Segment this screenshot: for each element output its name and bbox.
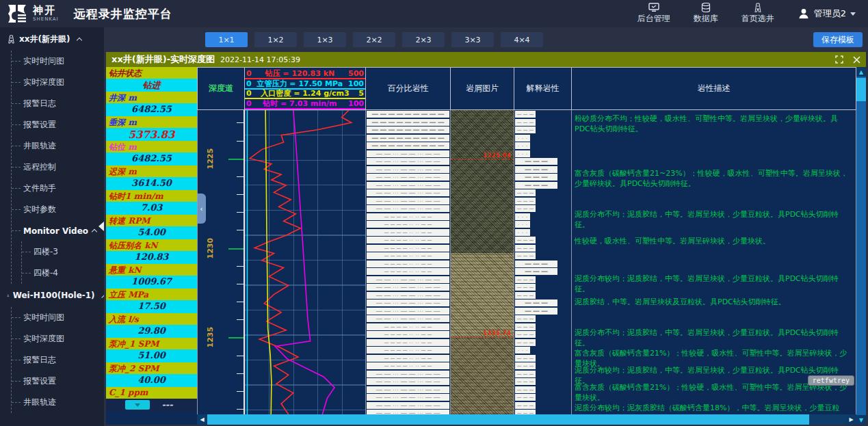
curve-钻时 — [275, 110, 334, 414]
layout-button-2×3[interactable]: 2×3 — [402, 32, 445, 47]
lithology-percent-row: ── ── ── ── ·· ·· ── ── — [367, 347, 449, 354]
sidebar-item-实时深度图[interactable]: 实时深度图 — [12, 72, 104, 93]
layout-button-1×3[interactable]: 1×3 — [304, 32, 346, 47]
sidebar-collapse-arrow[interactable] — [98, 221, 104, 232]
layout-button-2×2[interactable]: 2×2 — [353, 32, 395, 47]
layout-button-1×1[interactable]: 1×1 — [205, 32, 248, 47]
layout-button-1×2[interactable]: 1×2 — [254, 32, 297, 47]
interpreted-lithology-box: ── ── ── — [515, 386, 536, 393]
sidebar-item-实时时间图[interactable]: 实时时间图 — [12, 307, 104, 328]
sidebar-item-报警日志[interactable]: 报警日志 — [12, 93, 104, 114]
sidebar-item-文件助手[interactable]: 文件助手 — [12, 178, 104, 199]
sidebar-item-远程控制[interactable]: 远程控制 — [12, 157, 104, 178]
nav-backend-admin[interactable]: 后台管理 — [637, 3, 670, 25]
scroll-up-button[interactable]: ▲ — [856, 67, 866, 77]
sidebar-well-node[interactable]: xx井(新井眼) — [0, 27, 104, 51]
curve-legend-line: 0钻时 = 7.03 min/m100 — [245, 99, 365, 109]
curve-max: 500 — [348, 70, 364, 78]
lithology-description-text: 泥质分布较均；泥灰质胶结（碳酸钙含量18%），中等。岩屑呈块状，少量豆粒状。具P… — [575, 403, 853, 414]
sidebar-item-实时深度图[interactable]: 实时深度图 — [12, 328, 104, 349]
chevron-up-icon — [92, 229, 97, 235]
depth-major-tick — [228, 159, 244, 160]
curve-min: 0 — [246, 90, 252, 98]
column-header-interp: 解释岩性 — [514, 67, 572, 110]
main-area: 1×11×21×32×22×33×34×4 保存模板 xx井(新井眼)-实时深度… — [104, 27, 868, 426]
sidebar-item-井眼轨迹[interactable]: 井眼轨迹 — [12, 135, 104, 157]
lithology-percent-row: ─── ─── ··· ─── ─── ··· ─── ─── — [367, 402, 449, 409]
sidebar-item-实时时间图[interactable]: 实时时间图 — [12, 51, 104, 72]
well-label: xx井(新井眼) — [19, 34, 70, 45]
layout-button-3×3[interactable]: 3×3 — [451, 32, 494, 47]
sidebar-item-实时参数[interactable]: 实时参数 — [12, 199, 104, 220]
close-icon[interactable] — [853, 56, 860, 64]
parameter-label: 迟深 m — [106, 165, 197, 177]
lithology-percent-row: ─── ─── ··· ─── ─── ··· ─── ─── — [367, 315, 449, 322]
parameter-label: 入流 l/s — [106, 313, 197, 325]
nav-label: 首页选井 — [741, 13, 774, 25]
cuttings-photo — [451, 110, 514, 253]
save-template-button[interactable]: 保存模板 — [813, 32, 863, 47]
lithology-percent-row: ── ── ── ── ·· ·· ── ── — [367, 245, 449, 252]
lithology-percent-row: ── ── ── ── ·· ·· ── ── — [367, 261, 449, 267]
well-children: 实时时间图实时深度图报警日志报警设置井眼轨迹远程控制文件助手实时参数Monito… — [11, 51, 104, 284]
lithology-percent-row: ── ── ── ── ·· ·· ── ── — [367, 252, 449, 259]
sidebar-item-报警日志[interactable]: 报警日志 — [12, 349, 104, 371]
scroll-down-button[interactable]: ▼ — [856, 415, 866, 425]
page-title: 远程录井监控平台 — [74, 6, 172, 22]
sidebar-item-label: 报警日志 — [23, 354, 56, 366]
layout-toolbar: 1×11×21×32×22×33×34×4 — [205, 32, 543, 47]
user-menu[interactable]: 管理员2 — [798, 8, 856, 20]
lithology-percent-row: ─── ─── ··· ─── ─── ··· ─── ─── — [367, 284, 449, 291]
panel-collapse-handle[interactable]: ‹ — [197, 194, 206, 224]
lithology-percent-row: ═══ ═══ ═══ ═══ ═══ ═══ ═══ ═══ ═══ — [367, 111, 449, 118]
horizontal-scroll-thumb[interactable] — [207, 414, 809, 425]
parameter-钻压别名 kN: 钻压别名 kN120.83 — [106, 239, 197, 264]
curve-legend-line: 0入口密度 = 1.24 g/cm35 — [245, 90, 365, 100]
sidebar-well-node[interactable]: Wei-H100(Hole-1) — [0, 284, 104, 307]
scroll-left-button[interactable]: ◀ — [197, 414, 207, 425]
widget-titlebar: xx井(新井眼)-实时深度图 2022-11-14 17:05:39 — [106, 52, 866, 67]
lithology-percent-row: ─── ─── ··· ─── ─── ··· ─── ─── — [367, 189, 449, 196]
curve-label: 入口密度 = 1.24 g/cm3 — [252, 90, 359, 98]
sidebar-item-报警设置[interactable]: 报警设置 — [12, 114, 104, 135]
interpreted-lithology-box: · · · — [515, 150, 530, 157]
database-icon — [701, 3, 711, 12]
monitor-icon — [648, 3, 659, 12]
sidebar-item-monitor-video[interactable]: Monitor Video — [12, 220, 104, 241]
sidebar-item-井眼轨迹[interactable]: 井眼轨迹 — [12, 392, 104, 413]
widget-timestamp: 2022-11-14 17:05:39 — [220, 55, 300, 64]
sidebar-item-四楼-4[interactable]: 四楼-4 — [22, 263, 104, 284]
curve-label: 立管压力 = 17.50 MPa — [252, 80, 348, 88]
depth-major-tick — [228, 337, 244, 338]
lithology-description-text: 泥质分布不均；泥质胶结，中等。岩屑呈块状，少量豆粒状。具PDC钻头切削特征。 — [575, 328, 853, 348]
sidebar-item-四楼-3[interactable]: 四楼-3 — [22, 241, 104, 263]
sidebar-item-报警设置[interactable]: 报警设置 — [12, 371, 104, 392]
scroll-right-button[interactable]: ▶ — [846, 414, 856, 425]
horizontal-scrollbar[interactable]: ◀ ▶ — [197, 414, 856, 425]
vertical-scroll-thumb[interactable] — [856, 78, 866, 101]
interpreted-lithology-box: ── ── ── — [515, 189, 536, 196]
nav-home-well-select[interactable]: 首页选井 — [741, 3, 774, 25]
percent-lithology-track: ═══ ═══ ═══ ═══ ═══ ═══ ═══ ═══ ══════ ═… — [366, 110, 451, 414]
parameter-value: 3614.50 — [106, 177, 197, 190]
parameter-转速 RPM: 转速 RPM54.00 — [106, 215, 197, 239]
lithology-percent-row: ── ── ── ── ·· ·· ── ── — [367, 331, 449, 338]
curves-svg — [245, 110, 366, 414]
curve-label: 钻压 = 120.83 kN — [252, 70, 348, 78]
parameter-dropdown-button[interactable] — [125, 400, 150, 410]
sidebar-item-label: 实时时间图 — [23, 312, 64, 323]
chart-plot-area: 122512301235═══ ═══ ═══ ═══ ═══ ═══ ═══ … — [197, 110, 856, 414]
lithology-percent-row: ─── ─── ··· ─── ─── ··· ─── ─── — [367, 308, 449, 315]
lithology-percent-row: ─── ─── ··· ─── ─── ··· ─── ─── — [367, 410, 449, 414]
depth-tick-label: 1225 — [206, 148, 215, 169]
expand-icon[interactable] — [835, 55, 843, 64]
parameter-C_1 ppm: C_1 ppm--- — [106, 387, 197, 412]
brand-en: SHENKAI — [33, 17, 59, 22]
lithology-percent-row: ── ── ── ── ·· ·· ── ── — [367, 268, 449, 275]
lithology-percent-row: ─── ─── ··· ─── ─── ··· ─── ─── — [367, 158, 449, 165]
nav-database[interactable]: 数据库 — [694, 3, 718, 25]
vertical-scrollbar[interactable]: ▲ ▼ — [856, 67, 866, 425]
layout-button-4×4[interactable]: 4×4 — [501, 32, 543, 47]
interpreted-lithology-box: ── ── ── — [515, 127, 536, 133]
interpreted-lithology-box: ── ── ── — [515, 245, 536, 252]
